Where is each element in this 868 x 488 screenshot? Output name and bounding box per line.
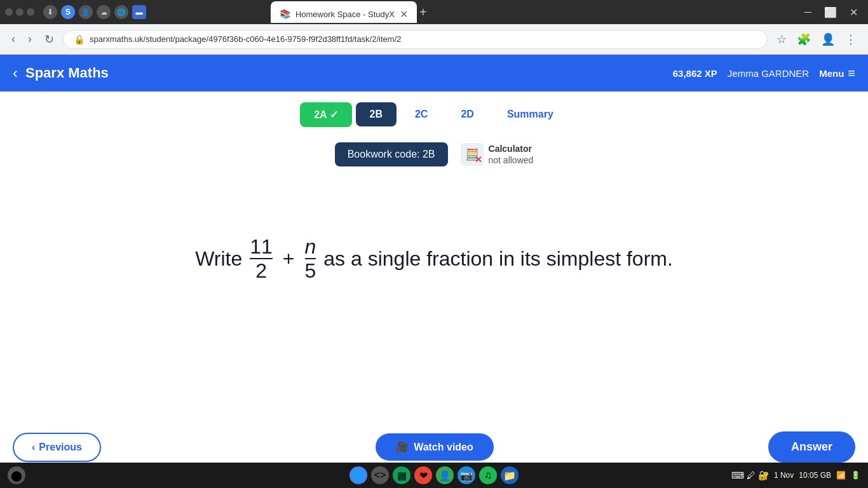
answer-label: Answer [791, 440, 832, 453]
bottom-bar: ‹ Previous 🎥 Watch video Answer [0, 431, 868, 463]
previous-button[interactable]: ‹ Previous [13, 433, 101, 462]
tab-2d[interactable]: 2D [446, 102, 488, 127]
fraction-1: 11 2 [250, 236, 273, 281]
taskbar-date: 1 Nov [774, 471, 794, 480]
maximize-button[interactable]: ⬜ [819, 5, 842, 20]
close-button[interactable]: ✕ [844, 5, 863, 20]
fraction-2-numerator: n [305, 236, 316, 259]
taskbar-icon-2[interactable]: <> [371, 466, 389, 484]
taskbar-icon-7[interactable]: ♫ [479, 466, 497, 484]
new-tab-button[interactable]: + [419, 5, 427, 20]
xp-display: 63,862 XP [673, 68, 717, 79]
calculator-text: Calculator not allowed [489, 143, 534, 166]
prev-chevron-icon: ‹ [32, 442, 35, 453]
browser-navbar: ‹ › ↻ 🔒 sparxmaths.uk/student/package/49… [0, 24, 868, 55]
question-suffix: as a single fraction in its simplest for… [323, 247, 673, 271]
system-taskbar: ⬤ 🌐 <> ▦ ❤ 👤 📷 ♫ 📁 ⌨ 🖊 🔐 1 Nov 10:05 GB … [0, 463, 868, 488]
active-tab[interactable]: 📚 Homework Space - StudyX ✕ [271, 1, 417, 23]
tab-favicon: 📚 [280, 9, 290, 19]
taskbar-battery-icon: 🔋 [851, 471, 860, 480]
taskbar-icon-5[interactable]: 👤 [436, 466, 454, 484]
bookwork-bar: Bookwork code: 2B 🧮 ✕ Calculator not all… [0, 137, 868, 179]
more-button[interactable]: ⋮ [841, 30, 860, 49]
tab-title: Homework Space - StudyX [295, 10, 395, 19]
bookwork-code-badge: Bookwork code: 2B [335, 142, 448, 166]
answer-button[interactable]: Answer [768, 431, 855, 463]
previous-label: Previous [39, 442, 82, 453]
fraction-2: n 5 [305, 236, 316, 281]
taskbar-icon-6[interactable]: 📷 [458, 466, 475, 484]
forward-nav-button[interactable]: › [24, 30, 36, 48]
menu-button[interactable]: Menu ≡ [819, 66, 855, 81]
taskbar-icon-3[interactable]: ▦ [393, 466, 410, 484]
calculator-info: 🧮 ✕ Calculator not allowed [461, 143, 534, 166]
chrome-taskbar-icon[interactable]: 🌐 [349, 466, 367, 484]
tab-summary[interactable]: Summary [492, 102, 568, 127]
taskbar-icon-circle: ⬤ [8, 466, 25, 484]
hamburger-icon: ≡ [848, 66, 855, 81]
task-tabs: 2A ✓ 2B 2C 2D Summary [0, 92, 868, 137]
tab-2c[interactable]: 2C [400, 102, 442, 127]
taskbar-wifi-icon: 📶 [836, 471, 846, 480]
tab-close-button[interactable]: ✕ [400, 8, 408, 20]
profile-button[interactable]: 👤 [817, 30, 839, 49]
address-bar[interactable]: 🔒 sparxmaths.uk/student/package/4976f36b… [63, 30, 768, 49]
minimize-button[interactable]: ─ [799, 5, 817, 20]
watch-video-label: Watch video [414, 442, 473, 453]
fraction-2-denominator: 5 [305, 259, 316, 281]
tab-2b[interactable]: 2B [356, 102, 397, 126]
taskbar-time: 10:05 GB [799, 471, 831, 480]
header-right: 63,862 XP Jemma GARDNER Menu ≡ [673, 66, 855, 81]
app-logo: Sparx Maths [25, 65, 673, 81]
tab-2a[interactable]: 2A ✓ [300, 102, 351, 127]
taskbar-right: ⌨ 🖊 🔐 1 Nov 10:05 GB 📶 🔋 [731, 470, 860, 480]
extension-button[interactable]: 🧩 [793, 30, 815, 49]
operator: + [283, 247, 295, 271]
browser-titlebar: ⬇ S 👤 ☁ 🌐 ▬ 📚 Homework Space - StudyX ✕ … [0, 0, 868, 24]
user-name: Jemma GARDNER [728, 68, 809, 79]
fraction-1-numerator: 11 [250, 236, 273, 259]
fraction-1-denominator: 2 [255, 259, 267, 281]
back-nav-button[interactable]: ‹ [8, 30, 19, 48]
taskbar-icon-4[interactable]: ❤ [414, 466, 432, 484]
menu-label: Menu [819, 68, 844, 79]
back-button[interactable]: ‹ [13, 64, 18, 82]
question-text: Write 11 2 + n 5 as a single fraction in… [195, 236, 673, 281]
reload-button[interactable]: ↻ [41, 30, 58, 49]
video-icon: 🎥 [396, 441, 409, 453]
question-area: Write 11 2 + n 5 as a single fraction in… [0, 179, 868, 338]
calculator-icon: 🧮 ✕ [461, 143, 484, 166]
bookmark-button[interactable]: ☆ [773, 30, 790, 49]
question-prefix: Write [195, 247, 242, 271]
url-text: sparxmaths.uk/student/package/4976f36b-c… [90, 34, 757, 44]
cross-icon: ✕ [475, 154, 482, 165]
taskbar-icon-8[interactable]: 📁 [501, 466, 519, 484]
taskbar-system-tray: ⌨ 🖊 🔐 [731, 470, 769, 480]
watch-video-button[interactable]: 🎥 Watch video [376, 433, 494, 461]
app-header: ‹ Sparx Maths 63,862 XP Jemma GARDNER Me… [0, 55, 868, 92]
